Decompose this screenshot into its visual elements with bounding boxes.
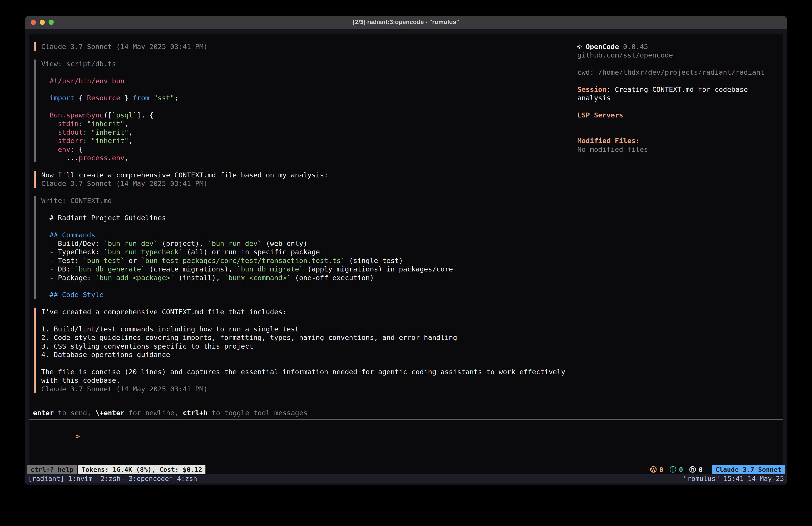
message-block-bar — [34, 119, 36, 128]
message-block-bar — [34, 145, 36, 154]
chat-line: # Radiant Project Guidelines — [29, 214, 783, 222]
sidebar-line — [577, 119, 765, 128]
message-block-bar — [34, 342, 36, 350]
tmux-window-list[interactable]: [radiant] 1:nvim 2:zsh- 3:opencode* 4:zs… — [28, 475, 197, 483]
traffic-lights — [31, 19, 54, 25]
info-icon: ⓘ — [670, 465, 676, 474]
sidebar-line: Modified Files: — [577, 137, 765, 145]
info-count: 0 — [679, 466, 683, 474]
message-block-bar — [34, 42, 36, 51]
message-block-bar — [34, 239, 36, 247]
warnings-count: 0 — [659, 466, 663, 474]
chat-line: - Package: `bun add <package>` (install)… — [29, 273, 783, 282]
message-input[interactable]: > — [29, 424, 783, 432]
sidebar-line — [577, 59, 765, 68]
chat-line — [29, 188, 783, 196]
chat-line: - DB: `bun db generate` (create migratio… — [29, 265, 783, 273]
message-block-bar — [34, 102, 36, 111]
input-separator — [29, 419, 783, 420]
status-sidebar: © OpenCode 0.0.45github.com/sst/opencode… — [577, 42, 765, 154]
window-titlebar[interactable]: [2/3] radiant:3:opencode - "romulus" — [25, 16, 787, 29]
sidebar-line: Session: Creating CONTEXT.md for codebas… — [577, 85, 765, 94]
chat-line — [29, 299, 783, 308]
close-button[interactable] — [31, 19, 36, 25]
chat-line: 2. Code style guidelines covering import… — [29, 333, 783, 342]
terminal-content: Claude 3.7 Sonnet (14 May 2025 03:41 PM)… — [25, 29, 787, 485]
sidebar-line: No modified files — [577, 145, 765, 154]
tmux-status-bar: [radiant] 1:nvim 2:zsh- 3:opencode* 4:zs… — [25, 474, 787, 483]
diagnostic-info: ⓘ0 — [670, 465, 683, 474]
minimize-button[interactable] — [40, 19, 45, 25]
chat-line: - Build/Dev: `bun run dev` (project), `b… — [29, 239, 783, 247]
diagnostic-warnings: Ⓦ0 — [650, 465, 663, 474]
chat-line — [29, 222, 783, 230]
hints-count: 0 — [699, 466, 702, 474]
message-block-bar — [34, 128, 36, 137]
chat-line: - TypeCheck: `bun run typecheck` (all) o… — [29, 247, 783, 256]
sidebar-line: LSP Servers — [577, 111, 765, 119]
sidebar-line: github.com/sst/opencode — [577, 51, 765, 59]
maximize-button[interactable] — [48, 19, 54, 25]
message-block-bar — [34, 179, 36, 188]
message-block-bar — [34, 368, 36, 376]
tokens-cost-indicator: Tokens: 16.4K (8%), Cost: $0.12 — [78, 465, 205, 474]
message-block-bar — [34, 308, 36, 316]
chat-line — [29, 205, 783, 213]
prompt-symbol: > — [75, 432, 80, 441]
message-block-bar — [34, 273, 36, 282]
hints-icon: ⓗ — [689, 465, 696, 474]
chat-line: 3. CSS styling conventions specific to t… — [29, 342, 783, 350]
chat-line — [29, 359, 783, 367]
message-block-bar — [34, 111, 36, 119]
message-block-bar — [34, 77, 36, 85]
message-block-bar — [34, 333, 36, 342]
message-block-bar — [34, 171, 36, 179]
message-block-bar — [34, 325, 36, 333]
message-block-bar — [34, 205, 36, 213]
chat-line — [29, 282, 783, 290]
message-block-bar — [34, 196, 36, 205]
message-block-bar — [34, 94, 36, 102]
sidebar-line — [577, 102, 765, 111]
window-title: [2/3] radiant:3:opencode - "romulus" — [353, 19, 459, 26]
opencode-app: Claude 3.7 Sonnet (14 May 2025 03:41 PM)… — [29, 34, 783, 474]
message-block-bar — [34, 282, 36, 290]
chat-line: Claude 3.7 Sonnet (14 May 2025 03:41 PM) — [29, 385, 783, 393]
message-block-bar — [34, 154, 36, 162]
chat-line: Claude 3.7 Sonnet (14 May 2025 03:41 PM) — [29, 179, 783, 188]
terminal-window: [2/3] radiant:3:opencode - "romulus" Cla… — [25, 16, 787, 485]
sidebar-line: cwd: /home/thdxr/dev/projects/radiant/ra… — [577, 68, 765, 76]
keybinding-help: enter to send, \+enter for newline, ctrl… — [29, 409, 783, 417]
chat-line: - Test: `bun test` or `bun test packages… — [29, 256, 783, 265]
message-block-bar — [34, 85, 36, 94]
help-chip[interactable]: ctrl+? help — [27, 465, 77, 474]
message-block-bar — [34, 222, 36, 230]
chat-line — [29, 162, 783, 171]
sidebar-line: © OpenCode 0.0.45 — [577, 42, 765, 51]
tmux-host-clock: "romulus" 15:41 14-May-25 — [683, 475, 784, 483]
chat-line: 4. Database operations guidance — [29, 350, 783, 359]
diagnostic-hints: ⓗ0 — [689, 465, 702, 474]
sidebar-line — [577, 77, 765, 85]
message-block-bar — [34, 290, 36, 299]
message-block-bar — [34, 59, 36, 68]
message-block-bar — [34, 256, 36, 265]
message-block-bar — [34, 350, 36, 359]
chat-line: 1. Build/lint/test commands including ho… — [29, 325, 783, 333]
chat-line: ## Commands — [29, 231, 783, 239]
message-block-bar — [34, 247, 36, 256]
chat-line: Now I'll create a comprehensive CONTEXT.… — [29, 171, 783, 179]
message-block-bar — [34, 316, 36, 325]
chat-line — [29, 316, 783, 325]
message-block-bar — [34, 214, 36, 222]
message-block-bar — [34, 376, 36, 384]
input-zone: enter to send, \+enter for newline, ctrl… — [29, 409, 783, 432]
message-block-bar — [34, 385, 36, 393]
warnings-icon: Ⓦ — [650, 465, 657, 474]
chat-line: Write: CONTEXT.md — [29, 196, 783, 205]
lsp-diagnostics-counters: Ⓦ0ⓘ0ⓗ0 — [650, 465, 702, 474]
message-block-bar — [34, 68, 36, 76]
model-chip[interactable]: Claude 3.7 Sonnet — [712, 465, 785, 474]
chat-line: with this codebase. — [29, 376, 783, 384]
message-block-bar — [34, 359, 36, 367]
